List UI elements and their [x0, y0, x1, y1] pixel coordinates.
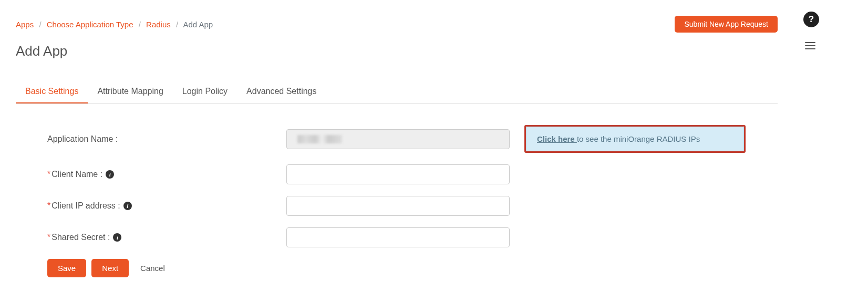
- application-name-input[interactable]: [286, 129, 510, 149]
- save-button[interactable]: Save: [47, 259, 86, 277]
- page-title: Add App: [0, 38, 793, 70]
- breadcrumb-link-choose-type[interactable]: Choose Application Type: [47, 20, 133, 29]
- info-icon[interactable]: i: [106, 170, 114, 179]
- next-button[interactable]: Next: [91, 259, 129, 277]
- client-ip-input[interactable]: [286, 196, 510, 216]
- tab-attribute-mapping[interactable]: Attribute Mapping: [88, 80, 172, 103]
- tab-basic-settings[interactable]: Basic Settings: [16, 80, 88, 103]
- shared-secret-input[interactable]: [286, 227, 510, 247]
- radius-ip-info-highlight: Click here to see the miniOrange RADIUS …: [524, 125, 746, 153]
- hamburger-menu-icon[interactable]: [805, 40, 817, 51]
- tabs-container: Basic Settings Attribute Mapping Login P…: [16, 80, 778, 104]
- required-marker: *: [47, 201, 50, 211]
- help-icon[interactable]: ?: [803, 12, 819, 27]
- breadcrumb-separator: /: [39, 20, 41, 29]
- breadcrumb-separator: /: [139, 20, 141, 29]
- info-icon[interactable]: i: [123, 202, 132, 210]
- required-marker: *: [47, 170, 50, 179]
- application-name-label: Application Name :: [47, 134, 286, 144]
- redacted-app-name: [297, 135, 342, 143]
- required-marker: *: [47, 233, 50, 242]
- radius-ip-info-box: Click here to see the miniOrange RADIUS …: [526, 127, 744, 151]
- client-ip-label: * Client IP address : i: [47, 201, 286, 211]
- client-name-input[interactable]: [286, 164, 510, 184]
- info-box-text: to see the miniOrange RADIUS IPs: [577, 134, 700, 143]
- tab-login-policy[interactable]: Login Policy: [173, 80, 237, 103]
- client-name-label: * Client Name : i: [47, 170, 286, 179]
- click-here-link[interactable]: Click here: [537, 134, 577, 143]
- breadcrumb: Apps / Choose Application Type / Radius …: [16, 20, 213, 29]
- cancel-button[interactable]: Cancel: [134, 259, 171, 277]
- breadcrumb-current: Add App: [183, 20, 213, 29]
- breadcrumb-link-radius[interactable]: Radius: [146, 20, 171, 29]
- shared-secret-label: * Shared Secret : i: [47, 233, 286, 242]
- breadcrumb-separator: /: [176, 20, 178, 29]
- breadcrumb-link-apps[interactable]: Apps: [16, 20, 34, 29]
- tab-advanced-settings[interactable]: Advanced Settings: [237, 80, 326, 103]
- submit-app-request-button[interactable]: Submit New App Request: [675, 16, 778, 33]
- info-icon[interactable]: i: [113, 233, 121, 242]
